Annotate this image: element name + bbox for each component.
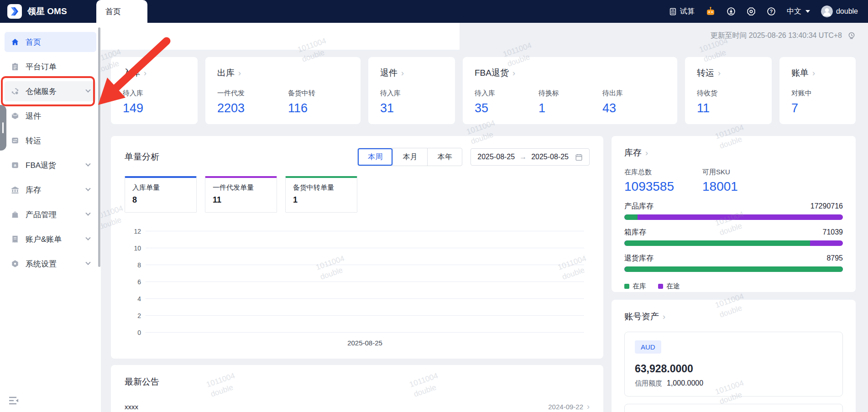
hexagon-settings-icon	[11, 260, 19, 268]
sidebar-item-label: 库存	[26, 185, 41, 195]
sidebar-item-label: FBA退货	[26, 160, 56, 171]
sidebar-item-inventory[interactable]: 库存	[5, 180, 96, 200]
account-assets-panel: 账号资产 › AUD 63,928.0000 信用额度 1,000.0000	[612, 300, 856, 412]
sidebar-item-transfer[interactable]: 转运	[5, 130, 96, 151]
metric-value[interactable]: 43	[602, 101, 623, 115]
account-card-aud[interactable]: AUD 63,928.0000 信用额度 1,000.0000	[624, 332, 843, 396]
stat-card-title-link[interactable]: 入库 ›	[123, 67, 186, 79]
chevron-right-icon: ›	[645, 149, 648, 157]
metric-value[interactable]: 31	[380, 101, 401, 115]
stat-card-outbound: 出库 › 一件代发2203 备货中转116	[205, 57, 361, 124]
chevron-down-icon	[85, 235, 90, 240]
metric-value[interactable]: 35	[475, 101, 495, 115]
sidebar-item-returns[interactable]: 退件	[5, 106, 96, 126]
metric-value[interactable]: 149	[123, 101, 143, 115]
trial-calc-button[interactable]: 试算	[669, 7, 695, 16]
drawer-handle[interactable]	[0, 105, 6, 151]
timezone-clock-icon[interactable]	[847, 31, 856, 40]
stat-card-title: 账单	[791, 67, 809, 79]
progress-bar	[624, 266, 843, 272]
notice-item[interactable]: xxxx 2024-09-22 ›	[125, 402, 590, 411]
stat-card-title-link[interactable]: 退件 ›	[380, 67, 443, 79]
stat-card-transfer: 转运 › 待收货11	[685, 57, 772, 124]
panel-title: 最新公告	[125, 376, 590, 388]
inventory-bar-box: 箱库存 71039	[624, 228, 843, 246]
metric-card-dropship-volume[interactable]: 一件代发单量 11	[205, 176, 277, 213]
metric-value[interactable]: 7	[791, 101, 812, 115]
arrow-right-icon: →	[519, 153, 527, 161]
metric-value[interactable]: 11	[697, 101, 717, 115]
help-icon[interactable]: ?	[767, 7, 776, 16]
assets-title-link[interactable]: 账号资产 ›	[624, 311, 843, 323]
stat-card-title: 入库	[123, 67, 140, 79]
sidebar-item-system-settings[interactable]: 系统设置	[5, 254, 96, 274]
stat-card-title-link[interactable]: 账单 ›	[791, 67, 844, 79]
y-axis-labels: 12 10 8 6 4 2 0	[125, 231, 141, 332]
stat-value[interactable]: 1093585	[624, 179, 674, 194]
inventory-title-link[interactable]: 库存 ›	[624, 147, 843, 159]
y-tick: 12	[134, 228, 141, 235]
chevron-right-icon: ›	[587, 402, 590, 411]
sidebar-item-warehouse-service[interactable]: 仓储服务	[5, 81, 96, 101]
stat-card-title: 退件	[380, 67, 397, 79]
sidebar-item-fba-returns[interactable]: a FBA退货	[5, 155, 96, 175]
robot-assistant-icon[interactable]	[706, 6, 716, 16]
sidebar-item-label: 系统设置	[26, 259, 57, 269]
chevron-right-icon: ›	[663, 313, 665, 321]
stat-card-title: 转运	[697, 67, 714, 79]
legend-label: 在途	[666, 282, 680, 291]
language-switcher[interactable]: 中文	[787, 7, 810, 16]
stat-card-title-link[interactable]: 出库 ›	[217, 67, 349, 79]
metric-value[interactable]: 116	[288, 101, 315, 115]
credit-label: 信用额度	[635, 379, 662, 388]
account-card-next[interactable]	[624, 404, 843, 412]
date-range-picker[interactable]: 2025-08-25 → 2025-08-25	[471, 148, 590, 166]
sidebar: 首页 平台订单 仓储服务 退件 转运 a FBA退货 库存	[0, 23, 101, 412]
date-from: 2025-08-25	[477, 153, 515, 161]
sidebar-item-home[interactable]: 首页	[5, 32, 96, 52]
sidebar-scrollbar[interactable]	[98, 27, 100, 267]
metric-card-inbound-volume[interactable]: 入库单量 8	[125, 176, 197, 213]
credit-value: 1,000.0000	[667, 379, 703, 387]
stat-card-title-link[interactable]: 转运 ›	[697, 67, 760, 79]
username: double	[836, 7, 858, 16]
home-icon	[11, 38, 19, 46]
panel-title: 账号资产	[624, 311, 659, 323]
period-segmented-control: 本周 本月 本年	[357, 148, 462, 166]
tab-home[interactable]: 首页	[96, 0, 147, 23]
download-icon[interactable]	[727, 7, 736, 16]
y-tick: 0	[137, 329, 141, 336]
metric-value[interactable]: 1	[539, 101, 559, 115]
panel-title: 单量分析	[125, 151, 159, 163]
user-menu[interactable]: double	[821, 5, 858, 17]
tab-this-year[interactable]: 本年	[427, 148, 462, 166]
tab-this-month[interactable]: 本月	[392, 148, 427, 166]
calculator-icon	[669, 8, 677, 16]
tab-this-week[interactable]: 本周	[358, 148, 392, 166]
settings-gear-icon[interactable]	[747, 7, 756, 16]
volume-analysis-panel: 单量分析 本周 本月 本年 2025-08-25 → 2025-08-25	[111, 136, 603, 359]
sidebar-item-products[interactable]: 产品管理	[5, 204, 96, 224]
brand-name: 领星 OMS	[27, 5, 67, 17]
account-balance: 63,928.0000	[635, 363, 832, 375]
metric-value: 1	[293, 195, 350, 205]
chevron-down-icon	[85, 186, 90, 191]
progress-bar	[624, 240, 843, 246]
sidebar-item-accounts-bills[interactable]: 账户&账单	[5, 229, 96, 249]
metric-label: 对账中	[791, 89, 812, 98]
amazon-a-icon: a	[11, 161, 19, 169]
svg-text:a: a	[14, 162, 16, 167]
stat-value[interactable]: 18001	[702, 179, 738, 194]
y-tick: 6	[137, 278, 141, 286]
brand: 领星 OMS	[0, 4, 94, 19]
metric-label: 备货中转	[288, 89, 315, 98]
metric-card-restock-volume[interactable]: 备货中转单量 1	[285, 176, 357, 213]
stat-card-title-link[interactable]: FBA退货 ›	[475, 67, 665, 79]
metric-value[interactable]: 2203	[217, 101, 245, 115]
metric-value: 8	[132, 195, 189, 205]
avatar	[821, 5, 833, 17]
stat-card-fba-returns: FBA退货 › 待入库35 待换标1 待出库43	[463, 57, 677, 124]
collapse-sidebar-button[interactable]	[8, 396, 20, 406]
sidebar-item-platform-orders[interactable]: 平台订单	[5, 57, 96, 77]
metric-label: 待收货	[697, 89, 717, 98]
